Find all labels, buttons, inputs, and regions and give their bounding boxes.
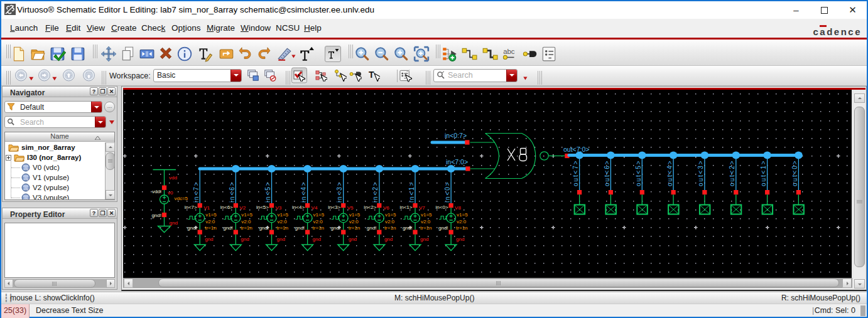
svg-text:gnd: gnd xyxy=(277,236,285,242)
svg-text:in<7>: in<7> xyxy=(193,181,200,203)
svg-text:obj: obj xyxy=(23,167,28,171)
svg-text:tr=1n: tr=1n xyxy=(456,225,467,231)
svg-text:gnd: gnd xyxy=(420,236,428,242)
svg-text:out<7>: out<7> xyxy=(572,159,579,186)
svg-text:in<7:0>: in<7:0> xyxy=(446,158,468,166)
svg-text:V8: V8 xyxy=(455,205,461,211)
svg-text:v1=5: v1=5 xyxy=(278,212,289,218)
svg-text:gnd!: gnd! xyxy=(403,225,413,231)
svg-text:V4: V4 xyxy=(312,205,318,211)
svg-text:obj: obj xyxy=(23,197,28,200)
svg-text:in<1>: in<1> xyxy=(399,204,412,210)
svg-text:in<2>: in<2> xyxy=(364,204,376,210)
svg-text:in<6>: in<6> xyxy=(220,204,233,210)
svg-text:V6: V6 xyxy=(383,205,389,211)
svg-text:tr=1n: tr=1n xyxy=(277,225,288,231)
svg-text:V3: V3 xyxy=(276,205,282,211)
svg-text:V2: V2 xyxy=(239,205,246,211)
svg-text:gnd!: gnd! xyxy=(151,213,161,218)
svg-text:obj: obj xyxy=(23,177,28,181)
svg-text:tr=1n: tr=1n xyxy=(349,225,360,231)
svg-text:gnd: gnd xyxy=(241,236,249,242)
svg-text:gnd!: gnd! xyxy=(187,225,197,231)
svg-text:v1=5: v1=5 xyxy=(349,212,361,218)
svg-text:v2:0: v2:0 xyxy=(349,219,359,225)
svg-text:v2:0: v2:0 xyxy=(421,219,431,225)
svg-text:in<7>: in<7> xyxy=(185,204,197,210)
svg-text:gnd!: gnd! xyxy=(438,225,448,231)
svg-text:v2:0: v2:0 xyxy=(278,219,288,225)
svg-text:in<1>: in<1> xyxy=(408,181,415,203)
svg-text:v0: v0 xyxy=(168,190,173,196)
svg-text:gnd: gnd xyxy=(205,236,213,242)
svg-text:in<0>: in<0> xyxy=(444,181,451,203)
svg-text:vdc=5: vdc=5 xyxy=(175,196,188,201)
svg-text:gnd!: gnd! xyxy=(295,225,305,231)
svg-text:in<4>: in<4> xyxy=(300,181,307,203)
svg-text:in<0>: in<0> xyxy=(436,204,448,210)
svg-text:v2:0: v2:0 xyxy=(205,219,215,225)
svg-text:tr=1n: tr=1n xyxy=(384,225,396,231)
svg-text:gnd: gnd xyxy=(313,236,321,242)
svg-text:V1: V1 xyxy=(203,205,210,211)
svg-text:gnd: gnd xyxy=(170,220,178,226)
svg-text:out<4>: out<4> xyxy=(666,159,673,186)
svg-text:gnd!: gnd! xyxy=(331,225,341,231)
svg-text:in<2>: in<2> xyxy=(372,181,379,203)
svg-text:gnd!: gnd! xyxy=(367,225,377,231)
svg-text:in<3>: in<3> xyxy=(336,181,343,203)
svg-text:v2:0: v2:0 xyxy=(313,219,323,225)
svg-text:in<5>: in<5> xyxy=(264,181,271,203)
svg-text:gnd: gnd xyxy=(384,236,393,242)
svg-text:out<6>: out<6> xyxy=(604,159,610,186)
svg-text:T: T xyxy=(369,70,374,80)
svg-text:gnd!: gnd! xyxy=(259,225,269,231)
svg-text:out<0>: out<0> xyxy=(791,159,798,186)
svg-text:tr=1n: tr=1n xyxy=(241,225,252,231)
svg-text:V7: V7 xyxy=(419,205,425,211)
svg-text:v1=5: v1=5 xyxy=(241,212,252,218)
svg-text:tr=1n: tr=1n xyxy=(313,225,324,231)
svg-text:out<2>: out<2> xyxy=(729,159,735,186)
svg-text:gnd: gnd xyxy=(456,236,464,242)
svg-text:obj: obj xyxy=(23,187,28,191)
svg-text:in<5>: in<5> xyxy=(256,204,269,210)
svg-text:in<4>: in<4> xyxy=(292,204,305,210)
svg-text:out<3>: out<3> xyxy=(697,159,704,186)
svg-text:in<3>: in<3> xyxy=(328,204,340,210)
svg-text:v2:0: v2:0 xyxy=(241,219,251,225)
svg-text:vdd!: vdd! xyxy=(152,189,161,194)
svg-text:v1=5: v1=5 xyxy=(205,212,217,218)
svg-text:out<7:0>: out<7:0> xyxy=(563,146,589,153)
svg-text:v1=5: v1=5 xyxy=(313,212,325,218)
svg-text:v1=5: v1=5 xyxy=(421,212,432,218)
svg-text:out<5>: out<5> xyxy=(635,159,642,186)
svg-text:v2:0: v2:0 xyxy=(385,219,395,225)
svg-text:gnd: gnd xyxy=(349,236,357,242)
svg-text:v1=5: v1=5 xyxy=(457,212,468,218)
svg-text:v1=5: v1=5 xyxy=(385,212,396,218)
svg-text:in<0:7>: in<0:7> xyxy=(445,132,467,139)
svg-text:V5: V5 xyxy=(347,205,354,211)
svg-text:v2:0: v2:0 xyxy=(457,219,467,225)
svg-text:tr=1n: tr=1n xyxy=(420,225,431,231)
svg-text:tr=1n: tr=1n xyxy=(205,225,216,231)
svg-text:in<6>: in<6> xyxy=(229,181,236,203)
svg-text:vdd: vdd xyxy=(169,175,177,181)
svg-text:out<1>: out<1> xyxy=(760,159,767,186)
svg-text:abc: abc xyxy=(503,48,515,55)
svg-text:gnd!: gnd! xyxy=(223,225,233,231)
